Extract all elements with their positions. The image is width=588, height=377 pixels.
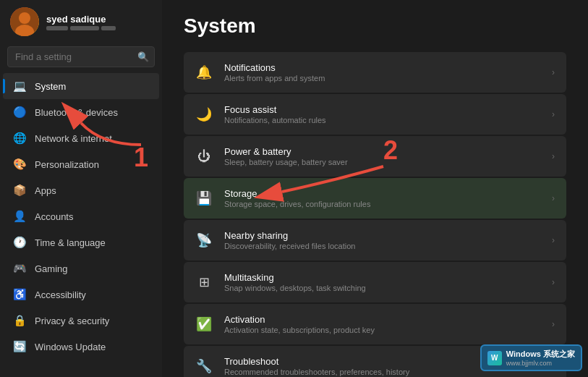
nav-icon-accessibility: ♿ <box>13 288 26 301</box>
setting-title-multitasking: Multitasking <box>224 272 540 283</box>
setting-text-nearby-sharing: Nearby sharing Discoverability, received… <box>224 230 540 250</box>
sidebar-item-bluetooth[interactable]: 🔵 Bluetooth & devices <box>3 99 159 125</box>
watermark: W Windows 系统之家 www.bjjmlv.com <box>480 344 582 371</box>
setting-title-notifications: Notifications <box>224 62 540 73</box>
setting-text-power-battery: Power & battery Sleep, battery usage, ba… <box>224 146 540 166</box>
chevron-icon-focus-assist: › <box>552 109 555 119</box>
watermark-text: Windows 系统之家 www.bjjmlv.com <box>506 349 575 367</box>
sidebar-item-personalization[interactable]: 🎨 Personalization <box>3 151 159 177</box>
setting-desc-power-battery: Sleep, battery usage, battery saver <box>224 158 540 166</box>
username: syed sadique <box>46 14 116 25</box>
sidebar: syed sadique 🔍 💻 System 🔵 Bluetooth & de… <box>0 0 162 377</box>
nav-label-system: System <box>35 81 66 92</box>
nav-label-windows-update: Windows Update <box>35 342 106 352</box>
setting-title-nearby-sharing: Nearby sharing <box>224 230 540 241</box>
setting-item-storage[interactable]: 💾 Storage Storage space, drives, configu… <box>184 178 566 219</box>
setting-desc-focus-assist: Notifications, automatic rules <box>224 116 540 124</box>
nav-icon-network: 🌐 <box>13 132 26 145</box>
search-icon: 🔍 <box>137 51 149 62</box>
setting-title-focus-assist: Focus assist <box>224 104 540 115</box>
sidebar-item-accessibility[interactable]: ♿ Accessibility <box>3 281 159 308</box>
setting-icon-troubleshoot: 🔧 <box>195 357 213 375</box>
nav-icon-bluetooth: 🔵 <box>13 106 26 119</box>
setting-title-storage: Storage <box>224 188 540 199</box>
setting-title-activation: Activation <box>224 314 540 325</box>
sidebar-item-privacy[interactable]: 🔒 Privacy & security <box>3 308 159 334</box>
nav-icon-personalization: 🎨 <box>13 158 26 171</box>
setting-text-notifications: Notifications Alerts from apps and syste… <box>224 62 540 82</box>
nav-icon-windows-update: 🔄 <box>13 340 26 353</box>
setting-item-power-battery[interactable]: ⏻ Power & battery Sleep, battery usage, … <box>184 136 566 177</box>
main-content: System 🔔 Notifications Alerts from apps … <box>162 0 588 377</box>
nav-icon-privacy: 🔒 <box>13 314 26 327</box>
setting-text-storage: Storage Storage space, drives, configura… <box>224 188 540 208</box>
nav-label-accessibility: Accessibility <box>35 289 86 300</box>
setting-text-multitasking: Multitasking Snap windows, desktops, tas… <box>224 272 540 292</box>
setting-icon-power-battery: ⏻ <box>195 148 213 165</box>
setting-desc-activation: Activation state, subscriptions, product… <box>224 326 540 334</box>
settings-list: 🔔 Notifications Alerts from apps and sys… <box>184 52 566 377</box>
nav-icon-accounts: 👤 <box>13 210 26 223</box>
sidebar-nav: 💻 System 🔵 Bluetooth & devices 🌐 Network… <box>0 73 162 377</box>
main-wrapper: System 🔔 Notifications Alerts from apps … <box>162 0 588 377</box>
setting-icon-nearby-sharing: 📡 <box>195 232 213 249</box>
svg-point-1 <box>19 12 30 24</box>
setting-title-power-battery: Power & battery <box>224 146 540 157</box>
setting-desc-nearby-sharing: Discoverability, received files location <box>224 242 540 250</box>
setting-desc-storage: Storage space, drives, configuration rul… <box>224 200 540 208</box>
nav-label-personalization: Personalization <box>35 159 99 170</box>
setting-icon-focus-assist: 🌙 <box>195 106 213 123</box>
nav-label-apps: Apps <box>35 185 56 196</box>
setting-text-focus-assist: Focus assist Notifications, automatic ru… <box>224 104 540 124</box>
nav-label-bluetooth: Bluetooth & devices <box>35 107 118 118</box>
watermark-logo: W <box>487 351 502 365</box>
sidebar-item-accounts[interactable]: 👤 Accounts <box>3 203 159 229</box>
nav-label-accounts: Accounts <box>35 211 73 222</box>
setting-item-multitasking[interactable]: ⊞ Multitasking Snap windows, desktops, t… <box>184 262 566 302</box>
setting-item-nearby-sharing[interactable]: 📡 Nearby sharing Discoverability, receiv… <box>184 220 566 260</box>
user-info: syed sadique <box>46 14 116 30</box>
sidebar-item-gaming[interactable]: 🎮 Gaming <box>3 255 159 281</box>
search-input[interactable] <box>7 46 155 67</box>
setting-text-activation: Activation Activation state, subscriptio… <box>224 314 540 334</box>
nav-label-privacy: Privacy & security <box>35 315 109 326</box>
chevron-icon-power-battery: › <box>552 151 555 161</box>
setting-icon-storage: 💾 <box>195 190 213 207</box>
chevron-icon-nearby-sharing: › <box>552 235 555 245</box>
nav-label-time: Time & language <box>35 237 106 248</box>
user-profile[interactable]: syed sadique <box>0 0 162 41</box>
sidebar-item-time[interactable]: 🕐 Time & language <box>3 229 159 255</box>
setting-icon-multitasking: ⊞ <box>195 274 213 291</box>
sidebar-item-apps[interactable]: 📦 Apps <box>3 177 159 203</box>
chevron-icon-activation: › <box>552 319 555 329</box>
chevron-icon-notifications: › <box>552 67 555 77</box>
page-title: System <box>184 14 566 38</box>
sidebar-item-windows-update[interactable]: 🔄 Windows Update <box>3 334 159 360</box>
setting-desc-multitasking: Snap windows, desktops, task switching <box>224 284 540 292</box>
chevron-icon-multitasking: › <box>552 277 555 287</box>
setting-icon-notifications: 🔔 <box>195 64 213 81</box>
setting-desc-notifications: Alerts from apps and system <box>224 74 540 82</box>
nav-label-network: Network & internet <box>35 133 112 144</box>
avatar <box>10 7 39 36</box>
setting-item-focus-assist[interactable]: 🌙 Focus assist Notifications, automatic … <box>184 94 566 135</box>
nav-icon-gaming: 🎮 <box>13 262 26 275</box>
setting-item-activation[interactable]: ✅ Activation Activation state, subscript… <box>184 304 566 344</box>
sidebar-item-system[interactable]: 💻 System <box>3 73 159 99</box>
nav-icon-system: 💻 <box>13 80 26 93</box>
chevron-icon-storage: › <box>552 193 555 203</box>
setting-item-notifications[interactable]: 🔔 Notifications Alerts from apps and sys… <box>184 52 566 93</box>
setting-icon-activation: ✅ <box>195 315 213 333</box>
nav-icon-apps: 📦 <box>13 184 26 197</box>
search-box: 🔍 <box>7 46 155 67</box>
nav-label-gaming: Gaming <box>35 263 68 274</box>
sidebar-item-network[interactable]: 🌐 Network & internet <box>3 125 159 151</box>
nav-icon-time: 🕐 <box>13 236 26 249</box>
